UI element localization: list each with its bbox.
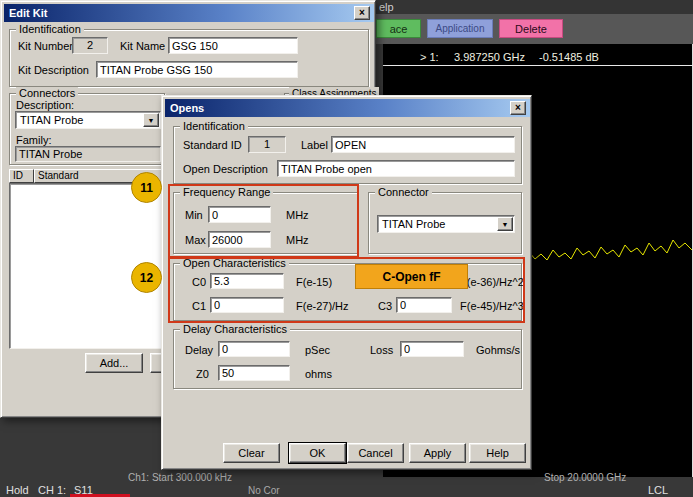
standard-id-label: Standard ID (183, 139, 242, 152)
min-label: Min (185, 209, 203, 222)
c2-unit-label: F(e-36)/Hz^2 (460, 276, 524, 289)
kit-number-label: Kit Number (18, 40, 73, 53)
frequency-range-group: Frequency Range Min MHz Max MHz (173, 192, 358, 254)
kit-description-input[interactable] (96, 61, 298, 78)
kit-name-input[interactable] (168, 37, 298, 54)
edit-kit-title: Edit Kit (9, 7, 48, 19)
c3-input[interactable] (396, 297, 452, 313)
connector-description-dropdown[interactable]: TITAN Probe ▼ (15, 111, 161, 129)
delete-button[interactable]: Delete (499, 19, 563, 38)
edit-kit-titlebar[interactable]: Edit Kit (4, 4, 374, 22)
loss-label: Loss (370, 344, 393, 357)
label-label: Label (301, 139, 328, 152)
max-unit-label: MHz (286, 234, 309, 247)
clear-button[interactable]: Clear (223, 443, 280, 463)
connector-description-value: TITAN Probe (20, 114, 83, 126)
ok-button[interactable]: OK (289, 443, 346, 463)
kit-description-label: Kit Description (18, 64, 89, 77)
open-characteristics-group: Open Characteristics C0 F(e-15) F(e-36)/… (173, 263, 522, 321)
c1-input[interactable] (210, 297, 284, 313)
cancel-button[interactable]: Cancel (347, 443, 404, 463)
open-characteristics-legend: Open Characteristics (180, 257, 289, 270)
menu-help-partial[interactable]: elp (379, 1, 394, 13)
frequency-range-legend: Frequency Range (180, 186, 273, 199)
standard-id-value: 1 (248, 136, 286, 153)
kit-name-label: Kit Name (120, 40, 165, 53)
identification-legend: Identification (16, 23, 84, 36)
application-button[interactable]: Application (427, 19, 493, 38)
list-header-id[interactable]: ID (9, 169, 34, 183)
replace-button[interactable]: ace (376, 19, 421, 38)
vna-application-window: elp ace Application Delete > 1: 3.987250… (0, 0, 693, 497)
add-button[interactable]: Add... (85, 353, 143, 373)
max-label: Max (185, 234, 206, 247)
kit-number-value: 2 (72, 37, 108, 54)
help-button[interactable]: Help (469, 443, 526, 463)
min-frequency-input[interactable] (208, 206, 271, 223)
step-badge-12: 12 (131, 262, 162, 293)
status-correction: No Cor (248, 485, 280, 496)
step-badge-11: 11 (131, 172, 162, 203)
connector-family-value: TITAN Probe (15, 146, 161, 162)
opens-title: Opens (170, 102, 204, 114)
delay-characteristics-group: Delay Characteristics Delay pSec Loss Go… (173, 329, 522, 389)
c0-label: C0 (192, 276, 206, 289)
open-description-input[interactable] (277, 160, 515, 177)
delay-input[interactable] (218, 341, 290, 357)
connector-group: Connector TITAN Probe ▼ (368, 192, 522, 254)
c0-input[interactable] (210, 273, 284, 289)
delay-label: Delay (185, 344, 213, 357)
min-unit-label: MHz (286, 209, 309, 222)
opens-identification-group: Identification Standard ID 1 Label Open … (173, 126, 522, 184)
loss-unit-label: Gohms/s (476, 344, 520, 357)
connectors-group: Connectors Description: TITAN Probe ▼ Fa… (9, 93, 165, 165)
opens-titlebar[interactable]: Opens (165, 99, 530, 117)
opens-close-icon[interactable]: × (510, 101, 526, 115)
toolbar: ace Application Delete (375, 14, 693, 44)
z0-input[interactable] (218, 365, 290, 381)
c3-label: C3 (378, 300, 392, 313)
max-frequency-input[interactable] (208, 231, 271, 248)
identification-group: Identification Kit Number 2 Kit Name Kit… (9, 29, 369, 87)
c1-label: C1 (192, 300, 206, 313)
c0-unit-label: F(e-15) (296, 276, 332, 289)
dropdown-arrow-icon[interactable]: ▼ (497, 217, 513, 231)
z0-unit-label: ohms (305, 368, 332, 381)
c1-unit-label: F(e-27)/Hz (296, 300, 349, 313)
z0-label: Z0 (196, 368, 209, 381)
connector-value: TITAN Probe (382, 218, 445, 230)
delay-unit-label: pSec (305, 344, 330, 357)
status-hold: Hold (6, 484, 29, 496)
status-bar: Hold CH 1: S11 No Cor LCL (0, 482, 693, 497)
status-channel: CH 1: (38, 484, 66, 496)
apply-button[interactable]: Apply (409, 443, 466, 463)
opens-dialog: Opens × Identification Standard ID 1 Lab… (161, 95, 532, 470)
delay-characteristics-legend: Delay Characteristics (180, 323, 290, 336)
dropdown-arrow-icon[interactable]: ▼ (143, 113, 159, 127)
status-mode: LCL (648, 484, 668, 496)
opens-identification-legend: Identification (180, 120, 248, 133)
connector-dropdown[interactable]: TITAN Probe ▼ (377, 215, 515, 233)
menu-bar: elp (375, 0, 693, 14)
c-open-callout: C-Open fF (355, 264, 468, 289)
c3-unit-label: F(e-45)/Hz^3 (460, 300, 524, 313)
loss-input[interactable] (400, 341, 464, 357)
open-description-label: Open Description (183, 163, 268, 176)
edit-kit-close-icon[interactable]: × (354, 6, 370, 20)
label-input[interactable] (331, 136, 515, 153)
connector-legend: Connector (375, 186, 432, 199)
